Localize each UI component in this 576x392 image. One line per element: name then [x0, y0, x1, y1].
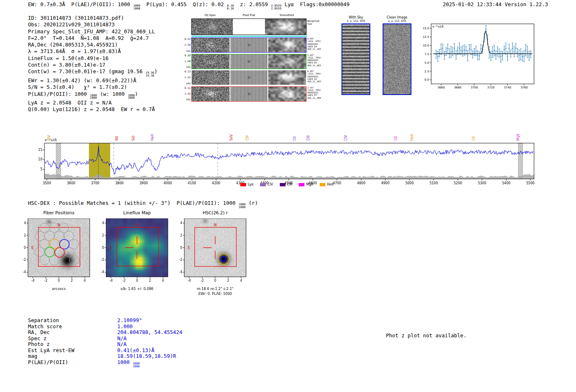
svg-text:-2: -2 [101, 258, 104, 262]
svg-text:4: 4 [240, 279, 242, 283]
row-scale-labels: 0.201.68142 [180, 54, 190, 69]
fiber-cutout-row: 0.232.201220.88"(112, 935)20201221v029_0… [191, 37, 307, 53]
svg-text:0: 0 [58, 279, 60, 283]
twod-spec-image [192, 70, 230, 85]
svg-text:0: 0 [24, 246, 26, 250]
pixel-flat-image [230, 54, 267, 69]
svg-text:-2: -2 [44, 279, 47, 283]
header-timestamp: 2025-01-02 12:33:44 Version 1.22.3 [443, 1, 548, 8]
spectral-line-label: HeII [151, 134, 154, 141]
svg-text:-2: -2 [23, 258, 26, 262]
match-table-row: Separation2.10099" [28, 318, 182, 324]
svg-text:-4: -4 [31, 279, 35, 283]
legend-item: MgII [299, 183, 313, 186]
aperture-circle [218, 253, 229, 264]
lineflux-map-overlay: -4-4-2-2002244NE [97, 218, 175, 290]
stacked-fraction: 2.05592.0559 [271, 5, 281, 10]
fiber-positions-panel: -4-4-2-2002244NE [19, 218, 97, 290]
match-table-label: Spec z [28, 336, 117, 342]
match-table-value: N/A [117, 335, 127, 341]
compass-north-label: N [214, 223, 217, 227]
svg-text:e⁻¹⁷x2Å: e⁻¹⁷x2Å [45, 138, 57, 142]
spectral-line-label: HeII [410, 134, 414, 141]
svg-text:5: 5 [40, 167, 42, 171]
pixel-flat-image [230, 87, 267, 101]
fiber-cutout-row: 0.111.431411.91"(112, 769)20201221v029_0… [191, 86, 307, 102]
row-annotation: 1.02"(112, 760)20201221v029_01422_LL_083 [307, 54, 321, 67]
weighted-smoothed-image [265, 19, 306, 35]
with-sky-coords: x, y: 112, 935 [341, 19, 370, 23]
match-table-label: Est LyA rest-EW [28, 348, 117, 354]
row-scale-labels: 0.232.20122 [180, 38, 190, 52]
svg-text:2: 2 [227, 279, 229, 283]
svg-text:4: 4 [180, 221, 182, 225]
lineflux-caption: s/b: 1.65 +/- 0.086 [106, 287, 168, 291]
legend-item: Lyα [240, 183, 253, 186]
row-annotation: 1.91"(112, 769)20201221v029_07422_LL_084 [307, 86, 321, 99]
weighted-sum-row [191, 19, 307, 35]
legend-swatch [240, 183, 246, 186]
svg-text:-4: -4 [188, 279, 191, 283]
info-line: P(LAE)/P(OII): 1000 10001000 (w: 1000 10… [28, 91, 158, 100]
blank-segment [234, 19, 264, 33]
stacked-fraction: 10001000 [133, 5, 140, 10]
hsc-cutout-overlay: -4-4-2-2002244NE [175, 218, 253, 290]
svg-text:7.5: 7.5 [425, 53, 429, 56]
legend-swatch [260, 183, 266, 186]
hsc-cutout-title: HSC(26.2) r [184, 210, 246, 215]
compass-east-label: E [188, 246, 190, 250]
legend-item: HeII [320, 183, 334, 186]
legend-label: Lyα [248, 183, 253, 186]
spectral-line-label: OII [394, 136, 398, 141]
spectral-line-label: CII [293, 137, 297, 141]
svg-text:-4: -4 [109, 279, 113, 283]
legend-swatch [280, 183, 286, 186]
svg-text:3740: 3740 [504, 86, 511, 89]
selected-fiber-circle [55, 248, 64, 257]
svg-text:4: 4 [162, 279, 164, 283]
smoothed-image [268, 87, 306, 101]
with-sky-frame [341, 23, 370, 95]
svg-text:3700: 3700 [471, 86, 478, 89]
fiber-cutout-row: 0.131.321420.66"(112, 760)20201221v029_2… [191, 70, 307, 85]
match-table-row: Photo zN/A [28, 341, 182, 348]
info-line: Cont(n) = 3.80(±0.14)e-17 [28, 62, 158, 68]
match-table-value: 18.59(18.59,18.59)R [117, 353, 176, 359]
with-sky-image [342, 24, 369, 94]
spectral-line-label: CII [472, 137, 476, 141]
match-table-row: RA, Dec204.804788, 54.455424 [28, 329, 182, 336]
column-label-pixelflat: Pixel Flat [243, 14, 255, 17]
svg-text:0: 0 [180, 246, 182, 250]
match-table-label: mag [28, 353, 117, 360]
row-scale-labels: 0.111.43141 [180, 87, 190, 101]
emission-line-fit-chart: 0.02.55.07.510.012.515.03660368037003720… [419, 21, 538, 90]
stacked-fraction: 10001000 [133, 362, 140, 368]
match-table-row: Spec zN/A [28, 336, 182, 342]
svg-text:2: 2 [102, 234, 104, 237]
match-table-row: Est LyA rest-EW0.41(±0.13)Å [28, 348, 182, 354]
info-line: Obs: 20201221v029_3011014873 [28, 21, 158, 28]
compass-east-label: E [109, 246, 112, 250]
spectral-line-label: CIII [307, 135, 310, 141]
spectral-line-label: NV [115, 136, 119, 141]
compass-east-label: E [31, 246, 34, 250]
svg-text:-4: -4 [23, 270, 26, 274]
match-table-label: Separation [28, 318, 117, 324]
info-line: F=2.0" T=0.144 N̄=1.08 A=0.92 ḡ=24.7 [28, 35, 158, 42]
svg-text:-2: -2 [179, 258, 182, 262]
row-annotation: 0.66"(112, 760)20201221v029_21422_LL_083 [307, 70, 321, 83]
svg-text:0: 0 [136, 279, 138, 283]
info-line: Primary Spec_Slot_IFU_AMP: 422_078_069_L… [28, 28, 158, 35]
photz-note: Phot z plot not available. [386, 332, 467, 339]
elixer-report-page: EW: 0.7±0.3Å P(LAE)/P(OII): 1000 1000100… [0, 0, 576, 392]
compass-north-label: N [136, 223, 139, 227]
svg-text:3760: 3760 [520, 86, 528, 89]
legend-item: CIII [280, 183, 293, 186]
column-label-2dspec: 2D Spec [204, 14, 216, 17]
weighted-sum-label: Weighted Sum [307, 19, 319, 25]
extraction-marker-line [191, 36, 307, 37]
svg-text:2: 2 [24, 234, 26, 237]
fiber-circle [69, 255, 79, 264]
hsc-cutout-panel: -4-4-2-2002244NE [175, 218, 253, 290]
twod-spec-image [192, 54, 230, 69]
